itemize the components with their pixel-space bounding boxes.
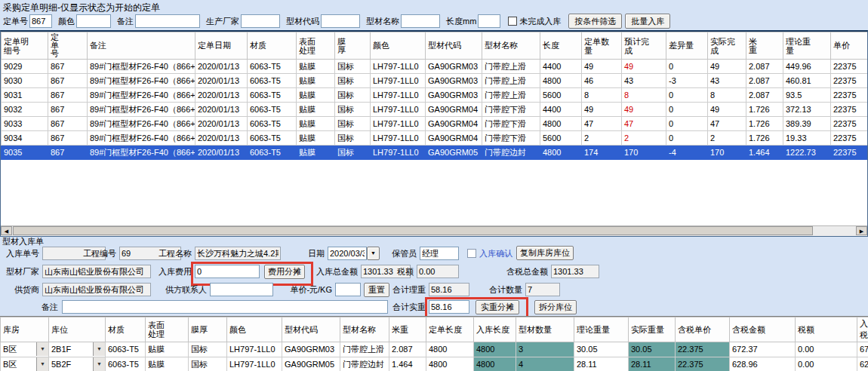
column-header[interactable]: 膜厚 — [189, 317, 227, 342]
cell[interactable]: 22.375 — [676, 342, 730, 357]
table-row[interactable]: 903386789#门框型材F26-F40（866+867）2020/01/13… — [2, 117, 868, 131]
date-dropdown-icon[interactable]: ▼ — [367, 247, 380, 260]
dropdown-arrow-icon[interactable]: ▼ — [36, 357, 48, 371]
cell[interactable]: GA90GRM04 — [426, 117, 482, 131]
cell[interactable]: 门带腔上滑 — [482, 60, 540, 74]
horizontal-scrollbar[interactable]: ◀ ▶ — [1, 225, 867, 236]
cell[interactable]: 贴膜 — [146, 342, 189, 357]
cell[interactable]: 5B2F▼ — [49, 357, 106, 371]
table-row[interactable]: 903286789#门框型材F26-F40（866+867）2020/01/13… — [2, 103, 868, 117]
fee-share-button[interactable]: 费用分摊 — [264, 265, 305, 279]
column-header[interactable]: 单价 — [831, 32, 868, 60]
cell[interactable]: 43 — [708, 74, 746, 88]
column-header[interactable]: 理论重量 — [574, 317, 629, 342]
batch-inbound-button[interactable]: 批量入库 — [625, 14, 670, 29]
cell[interactable]: 6063-T5 — [248, 103, 297, 117]
length-input[interactable] — [478, 14, 500, 28]
cell[interactable]: 贴膜 — [297, 74, 335, 88]
cell[interactable]: 867 — [48, 131, 88, 146]
actual-total-input[interactable] — [429, 300, 469, 314]
cell[interactable]: LH797-1LL0 — [371, 146, 426, 160]
cell[interactable]: 22375 — [831, 60, 868, 74]
cell[interactable]: 门带腔上滑 — [340, 342, 389, 357]
cell[interactable]: GA90GRM03 — [426, 88, 482, 103]
cell[interactable]: GA90GRM05 — [426, 146, 482, 160]
column-header[interactable]: 入库金额(不含税) — [857, 317, 868, 342]
cell[interactable]: 门带腔边封 — [340, 357, 389, 371]
cell[interactable]: 89#门框型材F26-F40（866+867） — [88, 103, 195, 117]
cell[interactable]: 9029 — [2, 60, 48, 74]
cell[interactable]: 2.087 — [746, 60, 783, 74]
cell[interactable]: 6063-T5 — [106, 342, 146, 357]
cell[interactable]: 门带腔边封 — [482, 146, 540, 160]
column-header[interactable]: 型材代码 — [282, 317, 340, 342]
cell[interactable]: LH797-1LL0 — [227, 342, 282, 357]
cell[interactable]: 672.37 — [857, 342, 868, 357]
actual-share-button[interactable]: 实重分摊 — [476, 300, 519, 314]
cell[interactable]: 22375 — [831, 74, 868, 88]
cell[interactable]: 4 — [516, 357, 574, 371]
cell[interactable]: 9033 — [2, 117, 48, 131]
column-header[interactable]: 实际完成 — [708, 32, 746, 60]
cell[interactable]: 国标 — [189, 357, 227, 371]
cell[interactable]: 0 — [666, 60, 708, 74]
table-row[interactable]: 903586789#门框型材F26-F40（866+867）2020/01/13… — [2, 146, 868, 160]
column-header[interactable]: 型材数量 — [516, 317, 574, 342]
cell[interactable]: 国标 — [189, 342, 227, 357]
column-header[interactable]: 材质 — [106, 317, 146, 342]
reset-button[interactable]: 重置 — [364, 283, 389, 297]
cell[interactable]: 9034 — [2, 131, 48, 146]
cell[interactable]: LH797-1LL0 — [371, 117, 426, 131]
cell[interactable]: 0 — [666, 131, 708, 146]
cell[interactable]: 0.00 — [796, 357, 857, 371]
keeper-input[interactable] — [420, 247, 459, 260]
table-row[interactable]: 902986789#门框型材F26-F40（866+867）2020/01/13… — [2, 60, 868, 74]
column-header[interactable]: 长度 — [540, 32, 582, 60]
cell[interactable]: 0 — [666, 103, 708, 117]
cell[interactable]: 6063-T5 — [248, 74, 297, 88]
cell[interactable]: LH797-1LL0 — [371, 131, 426, 146]
cell[interactable]: 672.37 — [730, 342, 796, 357]
scrollbar-thumb[interactable] — [13, 226, 813, 235]
column-header[interactable]: 税额 — [796, 317, 857, 342]
cell[interactable]: 国标 — [335, 74, 371, 88]
column-header[interactable]: 差异量 — [666, 32, 708, 60]
cell[interactable]: 47 — [582, 117, 622, 131]
cell[interactable]: 贴膜 — [297, 146, 335, 160]
cell[interactable]: 6063-T5 — [248, 88, 297, 103]
cell[interactable]: 1.726 — [746, 117, 783, 131]
cell[interactable]: 国标 — [335, 88, 371, 103]
cell[interactable]: 867 — [48, 74, 88, 88]
column-header[interactable]: 材质 — [248, 32, 297, 60]
cell[interactable]: 2.087 — [746, 88, 783, 103]
cell[interactable]: 2 — [582, 131, 622, 146]
cell[interactable]: 3 — [516, 342, 574, 357]
cell[interactable]: 5600 — [540, 88, 582, 103]
cell[interactable]: 0 — [666, 117, 708, 131]
cell[interactable]: 2020/01/13 — [195, 88, 248, 103]
cell[interactable]: 8 — [708, 88, 746, 103]
cell[interactable]: -4 — [666, 146, 708, 160]
cell[interactable]: B区▼ — [1, 357, 49, 371]
cell[interactable]: 22375 — [831, 103, 868, 117]
cell[interactable]: 22375 — [831, 88, 868, 103]
cell[interactable]: 4800 — [474, 342, 516, 357]
column-header[interactable]: 备注 — [88, 32, 195, 60]
cell[interactable]: 867 — [48, 88, 88, 103]
cell[interactable]: 门带腔上滑 — [482, 74, 540, 88]
column-header[interactable]: 颜色 — [371, 32, 426, 60]
contact-input[interactable] — [210, 283, 273, 296]
cell[interactable]: 22375 — [831, 146, 868, 160]
cell[interactable]: 贴膜 — [146, 357, 189, 371]
column-header[interactable]: 库位 — [49, 317, 106, 342]
cell[interactable]: GA90GRM05 — [282, 357, 340, 371]
column-header[interactable]: 含税金额 — [730, 317, 796, 342]
cell[interactable]: 89#门框型材F26-F40（866+867） — [88, 88, 195, 103]
supplier-input[interactable] — [42, 283, 151, 296]
cell[interactable]: 国标 — [335, 146, 371, 160]
cell[interactable]: 49 — [622, 60, 666, 74]
cell[interactable]: 89#门框型材F26-F40（866+867） — [88, 74, 195, 88]
column-header[interactable]: 膜厚 — [335, 32, 371, 60]
cell[interactable]: 1.464 — [746, 146, 783, 160]
color-input[interactable] — [76, 14, 111, 28]
